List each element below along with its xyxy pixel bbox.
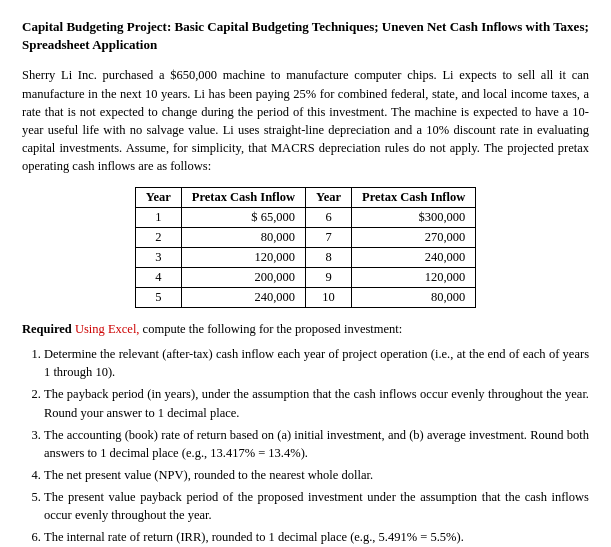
table-cell-1-2: 7 [306, 228, 352, 248]
table-cell-4-0: 5 [135, 288, 181, 308]
table-row: 1$ 65,0006$300,000 [135, 208, 476, 228]
page-title: Capital Budgeting Project: Basic Capital… [22, 18, 589, 54]
col-header-year2: Year [306, 188, 352, 208]
table-row: 4200,0009120,000 [135, 268, 476, 288]
table-cell-2-3: 240,000 [352, 248, 476, 268]
table-cell-4-1: 240,000 [181, 288, 305, 308]
table-cell-0-2: 6 [306, 208, 352, 228]
required-using-excel: Using Excel, [75, 322, 140, 336]
table-cell-3-3: 120,000 [352, 268, 476, 288]
cash-flow-table-container: Year Pretax Cash Inflow Year Pretax Cash… [22, 187, 589, 308]
required-instruction-suffix: compute the following for the proposed i… [143, 322, 403, 336]
col-header-year1: Year [135, 188, 181, 208]
list-item-4: The net present value (NPV), rounded to … [44, 466, 589, 484]
table-row: 3120,0008240,000 [135, 248, 476, 268]
table-cell-4-3: 80,000 [352, 288, 476, 308]
table-cell-1-0: 2 [135, 228, 181, 248]
table-cell-0-3: $300,000 [352, 208, 476, 228]
page-container: Capital Budgeting Project: Basic Capital… [22, 18, 589, 547]
table-row: 5240,0001080,000 [135, 288, 476, 308]
cash-flow-table: Year Pretax Cash Inflow Year Pretax Cash… [135, 187, 477, 308]
table-cell-1-1: 80,000 [181, 228, 305, 248]
table-cell-0-0: 1 [135, 208, 181, 228]
table-cell-2-2: 8 [306, 248, 352, 268]
body-paragraph: Sherry Li Inc. purchased a $650,000 mach… [22, 66, 589, 175]
list-item-2: The payback period (in years), under the… [44, 385, 589, 421]
required-label: Required [22, 322, 72, 336]
table-cell-2-0: 3 [135, 248, 181, 268]
col-header-pretax2: Pretax Cash Inflow [352, 188, 476, 208]
table-cell-3-0: 4 [135, 268, 181, 288]
list-item-3: The accounting (book) rate of return bas… [44, 426, 589, 462]
list-item-5: The present value payback period of the … [44, 488, 589, 524]
list-item-1: Determine the relevant (after-tax) cash … [44, 345, 589, 381]
table-cell-2-1: 120,000 [181, 248, 305, 268]
list-item-6: The internal rate of return (IRR), round… [44, 528, 589, 546]
table-cell-0-1: $ 65,000 [181, 208, 305, 228]
col-header-pretax1: Pretax Cash Inflow [181, 188, 305, 208]
required-line: Required Using Excel, compute the follow… [22, 322, 589, 337]
table-cell-1-3: 270,000 [352, 228, 476, 248]
table-row: 280,0007270,000 [135, 228, 476, 248]
table-cell-4-2: 10 [306, 288, 352, 308]
requirements-list: Determine the relevant (after-tax) cash … [44, 345, 589, 547]
table-cell-3-1: 200,000 [181, 268, 305, 288]
table-cell-3-2: 9 [306, 268, 352, 288]
